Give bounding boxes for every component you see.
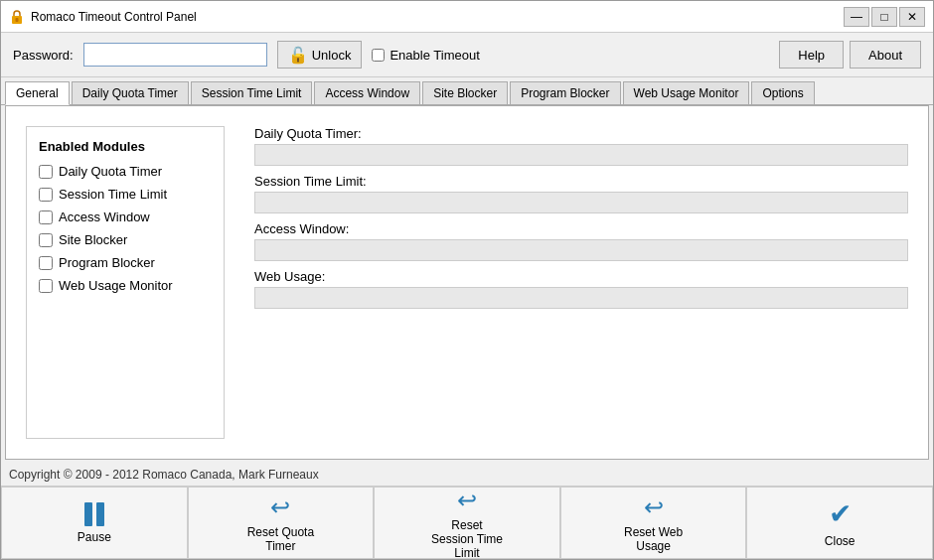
status-row-label-3: Web Usage: xyxy=(254,269,908,284)
title-bar-controls: — □ ✕ xyxy=(844,7,925,27)
minimize-button[interactable]: — xyxy=(844,7,869,27)
module-item-4: Program Blocker xyxy=(39,255,212,270)
status-row-0: Daily Quota Timer: xyxy=(254,126,908,166)
bottom-btn-2[interactable]: ↩Reset Session Time Limit xyxy=(374,487,560,559)
reset-icon-2: ↩ xyxy=(457,487,477,514)
module-label-0: Daily Quota Timer xyxy=(59,164,162,179)
module-label-1: Session Time Limit xyxy=(59,187,167,202)
status-row-label-1: Session Time Limit: xyxy=(254,174,908,189)
toolbar: Password: 🔓 Unlock Enable Timeout Help A… xyxy=(1,33,933,77)
tab-site-blocker[interactable]: Site Blocker xyxy=(422,81,508,104)
copyright-text: Copyright © 2009 - 2012 Romaco Canada, M… xyxy=(9,468,319,482)
bottom-btn-label-3: Reset Web Usage xyxy=(624,525,683,553)
copyright-bar: Copyright © 2009 - 2012 Romaco Canada, M… xyxy=(1,464,933,486)
maximize-button[interactable]: □ xyxy=(871,7,897,27)
module-label-4: Program Blocker xyxy=(59,255,155,270)
window-title: Romaco Timeout Control Panel xyxy=(31,10,197,24)
bottom-btn-3[interactable]: ↩Reset Web Usage xyxy=(560,487,747,559)
main-window: Romaco Timeout Control Panel — □ ✕ Passw… xyxy=(0,0,934,560)
tab-bar: GeneralDaily Quota TimerSession Time Lim… xyxy=(1,77,933,105)
check-icon: ✔ xyxy=(829,497,852,530)
bottom-buttons: Pause↩Reset Quota Timer↩Reset Session Ti… xyxy=(1,486,933,559)
module-checkbox-2[interactable] xyxy=(39,210,53,224)
app-icon xyxy=(9,9,25,25)
pause-icon xyxy=(84,502,104,526)
svg-rect-1 xyxy=(16,18,19,22)
status-panel: Daily Quota Timer:Session Time Limit:Acc… xyxy=(254,126,908,439)
status-row-bar-3 xyxy=(254,287,908,309)
bottom-btn-label-1: Reset Quota Timer xyxy=(247,525,314,553)
tab-access-window[interactable]: Access Window xyxy=(314,81,420,104)
about-button[interactable]: About xyxy=(850,41,921,69)
module-label-2: Access Window xyxy=(59,210,150,224)
module-checkbox-3[interactable] xyxy=(39,233,53,247)
status-row-1: Session Time Limit: xyxy=(254,174,908,213)
reset-icon-3: ↩ xyxy=(644,493,664,521)
tab-general[interactable]: General xyxy=(5,81,70,105)
unlock-button[interactable]: 🔓 Unlock xyxy=(277,41,363,69)
status-row-label-0: Daily Quota Timer: xyxy=(254,126,908,141)
bottom-btn-label-2: Reset Session Time Limit xyxy=(431,518,503,560)
status-row-3: Web Usage: xyxy=(254,269,908,309)
title-bar: Romaco Timeout Control Panel — □ ✕ xyxy=(1,1,933,33)
module-label-3: Site Blocker xyxy=(59,232,127,247)
bottom-btn-label-0: Pause xyxy=(78,530,111,544)
status-row-bar-1 xyxy=(254,192,908,213)
enabled-modules-title: Enabled Modules xyxy=(39,139,212,154)
module-item-2: Access Window xyxy=(39,210,212,224)
module-item-5: Web Usage Monitor xyxy=(39,278,212,293)
module-item-0: Daily Quota Timer xyxy=(39,164,212,179)
module-checkbox-4[interactable] xyxy=(39,256,53,270)
module-item-3: Site Blocker xyxy=(39,232,212,247)
module-checkbox-0[interactable] xyxy=(39,165,53,179)
tab-session-time-limit[interactable]: Session Time Limit xyxy=(191,81,313,104)
status-row-bar-0 xyxy=(254,144,908,166)
unlock-label: Unlock xyxy=(312,48,352,63)
bottom-btn-0[interactable]: Pause xyxy=(1,487,188,559)
module-checkbox-1[interactable] xyxy=(39,188,53,202)
password-label: Password: xyxy=(13,48,74,63)
help-about-group: Help About xyxy=(779,41,921,69)
tab-options[interactable]: Options xyxy=(751,81,814,104)
status-row-2: Access Window: xyxy=(254,221,908,261)
module-item-1: Session Time Limit xyxy=(39,187,212,202)
help-button[interactable]: Help xyxy=(779,41,844,69)
title-bar-left: Romaco Timeout Control Panel xyxy=(9,9,197,25)
enable-timeout-checkbox[interactable] xyxy=(372,49,385,62)
module-checkbox-5[interactable] xyxy=(39,279,53,293)
tab-program-blocker[interactable]: Program Blocker xyxy=(510,81,620,104)
status-row-bar-2 xyxy=(254,239,908,261)
bottom-btn-label-4: Close xyxy=(825,534,856,548)
bottom-btn-1[interactable]: ↩Reset Quota Timer xyxy=(188,487,375,559)
tab-daily-quota-timer[interactable]: Daily Quota Timer xyxy=(72,81,189,104)
main-content: Enabled Modules Daily Quota TimerSession… xyxy=(5,105,929,460)
lock-icon: 🔓 xyxy=(288,46,308,65)
module-label-5: Web Usage Monitor xyxy=(59,278,173,293)
enabled-modules-panel: Enabled Modules Daily Quota TimerSession… xyxy=(26,126,225,439)
status-row-label-2: Access Window: xyxy=(254,221,908,236)
reset-icon-1: ↩ xyxy=(270,493,290,521)
close-window-button[interactable]: ✕ xyxy=(899,7,925,27)
tab-web-usage-monitor[interactable]: Web Usage Monitor xyxy=(623,81,750,104)
bottom-btn-4[interactable]: ✔Close xyxy=(746,487,933,559)
enable-timeout-label[interactable]: Enable Timeout xyxy=(372,48,479,63)
password-input[interactable] xyxy=(83,43,267,67)
